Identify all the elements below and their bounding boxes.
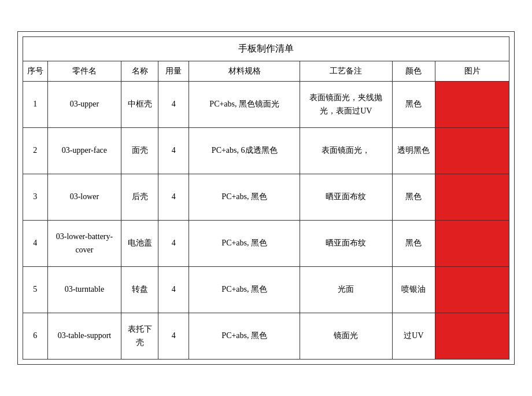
cell-image xyxy=(435,128,509,174)
cell-qty: 4 xyxy=(158,267,189,313)
cell-qty: 4 xyxy=(158,128,189,174)
header-material: 材料规格 xyxy=(189,61,300,82)
cell-seq: 6 xyxy=(23,313,48,360)
cell-process: 光面 xyxy=(300,267,393,313)
cell-image xyxy=(435,313,509,360)
cell-seq: 5 xyxy=(23,267,48,313)
cell-material: PC+abs, 黑色 xyxy=(189,174,300,221)
cell-qty: 4 xyxy=(158,313,189,360)
cell-qty: 4 xyxy=(158,221,189,267)
cell-name: 面壳 xyxy=(121,128,158,174)
cell-partname: 03-upper-face xyxy=(47,128,121,174)
cell-image xyxy=(435,174,509,221)
table-header-row: 序号 零件名 名称 用量 材料规格 工艺备注 颜色 图片 xyxy=(23,61,509,82)
cell-partname: 03-turntable xyxy=(47,267,121,313)
cell-name: 电池盖 xyxy=(121,221,158,267)
cell-material: PC+abs, 黑色镜面光 xyxy=(189,82,300,128)
cell-image xyxy=(435,267,509,313)
table-row: 503-turntable转盘4PC+abs, 黑色光面喷银油 xyxy=(23,267,509,313)
cell-seq: 2 xyxy=(23,128,48,174)
parts-table: 序号 零件名 名称 用量 材料规格 工艺备注 颜色 图片 103-upper中框… xyxy=(23,61,509,360)
cell-name: 转盘 xyxy=(121,267,158,313)
cell-partname: 03-lower-battery-cover xyxy=(47,221,121,267)
header-name: 名称 xyxy=(121,61,158,82)
header-process: 工艺备注 xyxy=(300,61,393,82)
cell-name: 中框壳 xyxy=(121,82,158,128)
table-row: 603-table-support表托下壳4PC+abs, 黑色镜面光过UV xyxy=(23,313,509,360)
cell-color: 黑色 xyxy=(392,174,435,221)
cell-material: PC+abs, 黑色 xyxy=(189,313,300,360)
cell-partname: 03-table-support xyxy=(47,313,121,360)
cell-color: 过UV xyxy=(392,313,435,360)
cell-image xyxy=(435,221,509,267)
cell-material: PC+abs, 6成透黑色 xyxy=(189,128,300,174)
cell-process: 镜面光 xyxy=(300,313,393,360)
table-row: 303-lower后壳4PC+abs, 黑色晒亚面布纹黑色 xyxy=(23,174,509,221)
cell-image xyxy=(435,82,509,128)
table-row: 403-lower-battery-cover电池盖4PC+abs, 黑色晒亚面… xyxy=(23,221,509,267)
header-seq: 序号 xyxy=(23,61,48,82)
cell-process: 表面镜面光，夹线抛光，表面过UV xyxy=(300,82,393,128)
table-row: 103-upper中框壳4PC+abs, 黑色镜面光表面镜面光，夹线抛光，表面过… xyxy=(23,82,509,128)
cell-qty: 4 xyxy=(158,82,189,128)
cell-seq: 3 xyxy=(23,174,48,221)
cell-partname: 03-upper xyxy=(47,82,121,128)
page-title: 手板制作清单 xyxy=(23,36,509,61)
cell-seq: 1 xyxy=(23,82,48,128)
header-image: 图片 xyxy=(435,61,509,82)
cell-partname: 03-lower xyxy=(47,174,121,221)
cell-process: 晒亚面布纹 xyxy=(300,221,393,267)
header-color: 颜色 xyxy=(392,61,435,82)
header-partname: 零件名 xyxy=(47,61,121,82)
cell-color: 透明黑色 xyxy=(392,128,435,174)
page-wrapper: 手板制作清单 序号 零件名 名称 用量 材料规格 工艺备注 颜色 图片 xyxy=(17,31,515,365)
cell-material: PC+abs, 黑色 xyxy=(189,267,300,313)
cell-qty: 4 xyxy=(158,174,189,221)
cell-color: 黑色 xyxy=(392,221,435,267)
cell-process: 表面镜面光， xyxy=(300,128,393,174)
cell-name: 表托下壳 xyxy=(121,313,158,360)
table-row: 203-upper-face面壳4PC+abs, 6成透黑色表面镜面光，透明黑色 xyxy=(23,128,509,174)
cell-color: 喷银油 xyxy=(392,267,435,313)
cell-material: PC+abs, 黑色 xyxy=(189,221,300,267)
cell-name: 后壳 xyxy=(121,174,158,221)
cell-seq: 4 xyxy=(23,221,48,267)
cell-process: 晒亚面布纹 xyxy=(300,174,393,221)
cell-color: 黑色 xyxy=(392,82,435,128)
header-qty: 用量 xyxy=(158,61,189,82)
